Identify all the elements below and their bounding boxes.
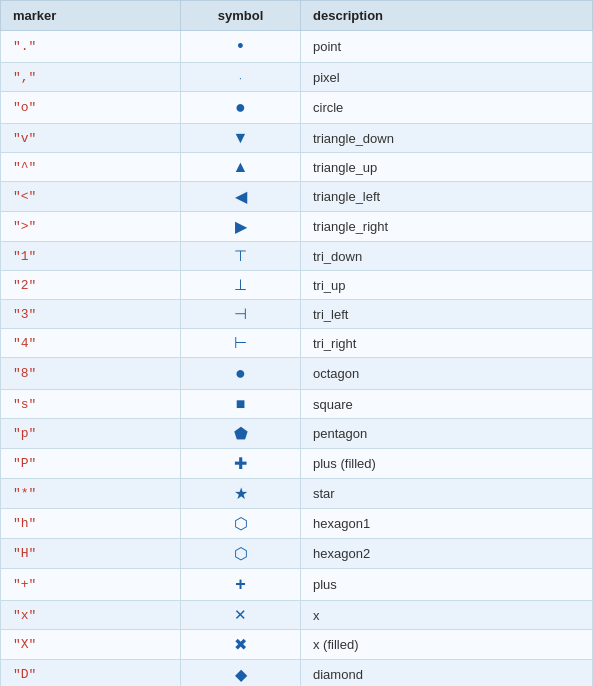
cell-symbol: ⊣ <box>181 300 301 329</box>
table-row: "^"▲triangle_up <box>1 153 593 182</box>
cell-description: tri_down <box>301 242 593 271</box>
cell-marker: "P" <box>1 449 181 479</box>
table-row: "p"⬟pentagon <box>1 419 593 449</box>
cell-description: triangle_right <box>301 212 593 242</box>
cell-marker: "4" <box>1 329 181 358</box>
symbol-icon: ⊣ <box>234 306 247 322</box>
header-description: description <box>301 1 593 31</box>
symbol-icon: ▼ <box>233 129 249 146</box>
table-row: "D"◆diamond <box>1 660 593 687</box>
table-row: "x"✕x <box>1 601 593 630</box>
symbol-icon: • <box>237 36 243 56</box>
cell-marker: "D" <box>1 660 181 687</box>
cell-marker: "x" <box>1 601 181 630</box>
cell-description: tri_up <box>301 271 593 300</box>
symbol-icon: ✚ <box>234 455 247 472</box>
table-row: "8"●octagon <box>1 358 593 390</box>
table-row: "s"■square <box>1 390 593 419</box>
table-row: "h"⬡hexagon1 <box>1 509 593 539</box>
cell-symbol: ⊢ <box>181 329 301 358</box>
cell-symbol: ⬡ <box>181 509 301 539</box>
symbol-icon: ✕ <box>234 606 247 623</box>
cell-symbol: ● <box>181 92 301 124</box>
cell-marker: "o" <box>1 92 181 124</box>
symbol-icon: ● <box>235 363 246 383</box>
cell-marker: ">" <box>1 212 181 242</box>
marker-table: marker symbol description "."•point","·p… <box>0 0 593 686</box>
symbol-icon: ◀ <box>235 188 247 205</box>
cell-symbol: ✕ <box>181 601 301 630</box>
table-row: "X"✖x (filled) <box>1 630 593 660</box>
cell-symbol: ⬟ <box>181 419 301 449</box>
table-row: "o"●circle <box>1 92 593 124</box>
cell-marker: "^" <box>1 153 181 182</box>
cell-symbol: ● <box>181 358 301 390</box>
table-row: ","·pixel <box>1 63 593 92</box>
table-row: "v"▼triangle_down <box>1 124 593 153</box>
cell-marker: "H" <box>1 539 181 569</box>
cell-marker: "+" <box>1 569 181 601</box>
cell-description: hexagon1 <box>301 509 593 539</box>
cell-marker: "h" <box>1 509 181 539</box>
cell-symbol: ▲ <box>181 153 301 182</box>
cell-marker: "." <box>1 31 181 63</box>
cell-marker: "1" <box>1 242 181 271</box>
cell-marker: "," <box>1 63 181 92</box>
cell-description: x (filled) <box>301 630 593 660</box>
symbol-icon: + <box>235 574 246 594</box>
cell-symbol: ▶ <box>181 212 301 242</box>
cell-marker: "s" <box>1 390 181 419</box>
table-row: "."•point <box>1 31 593 63</box>
table-row: "3"⊣tri_left <box>1 300 593 329</box>
cell-symbol: ◀ <box>181 182 301 212</box>
symbol-icon: · <box>239 73 242 84</box>
table-row: "1"⊤tri_down <box>1 242 593 271</box>
cell-symbol: ▼ <box>181 124 301 153</box>
table-row: "H"⬡hexagon2 <box>1 539 593 569</box>
symbol-icon: ■ <box>236 395 246 412</box>
cell-description: triangle_down <box>301 124 593 153</box>
table-row: "+"+plus <box>1 569 593 601</box>
symbol-icon: ⊤ <box>234 248 247 264</box>
cell-marker: "3" <box>1 300 181 329</box>
cell-marker: "2" <box>1 271 181 300</box>
cell-description: plus (filled) <box>301 449 593 479</box>
table-row: "P"✚plus (filled) <box>1 449 593 479</box>
table-row: "<"◀triangle_left <box>1 182 593 212</box>
cell-marker: "8" <box>1 358 181 390</box>
cell-description: diamond <box>301 660 593 687</box>
cell-symbol: ⊥ <box>181 271 301 300</box>
cell-description: square <box>301 390 593 419</box>
cell-description: pentagon <box>301 419 593 449</box>
cell-symbol: ✚ <box>181 449 301 479</box>
cell-description: tri_right <box>301 329 593 358</box>
cell-symbol: ⊤ <box>181 242 301 271</box>
cell-marker: "X" <box>1 630 181 660</box>
cell-description: hexagon2 <box>301 539 593 569</box>
cell-marker: "v" <box>1 124 181 153</box>
table-row: "*"★star <box>1 479 593 509</box>
cell-symbol: ✖ <box>181 630 301 660</box>
symbol-icon: ⊢ <box>234 335 247 351</box>
symbol-icon: ⊥ <box>234 277 247 293</box>
cell-description: tri_left <box>301 300 593 329</box>
cell-description: star <box>301 479 593 509</box>
symbol-icon: ● <box>235 97 246 117</box>
cell-symbol: + <box>181 569 301 601</box>
cell-description: triangle_up <box>301 153 593 182</box>
symbol-icon: ★ <box>234 485 248 502</box>
cell-description: point <box>301 31 593 63</box>
symbol-icon: ▶ <box>235 218 247 235</box>
cell-symbol: ■ <box>181 390 301 419</box>
cell-description: triangle_left <box>301 182 593 212</box>
symbol-icon: ◆ <box>235 666 247 683</box>
cell-marker: "*" <box>1 479 181 509</box>
header-marker: marker <box>1 1 181 31</box>
cell-marker: "p" <box>1 419 181 449</box>
cell-symbol: ⬡ <box>181 539 301 569</box>
cell-symbol: ◆ <box>181 660 301 687</box>
symbol-icon: ▲ <box>233 158 249 175</box>
symbol-icon: ⬡ <box>234 515 248 532</box>
table-row: "2"⊥tri_up <box>1 271 593 300</box>
cell-description: x <box>301 601 593 630</box>
